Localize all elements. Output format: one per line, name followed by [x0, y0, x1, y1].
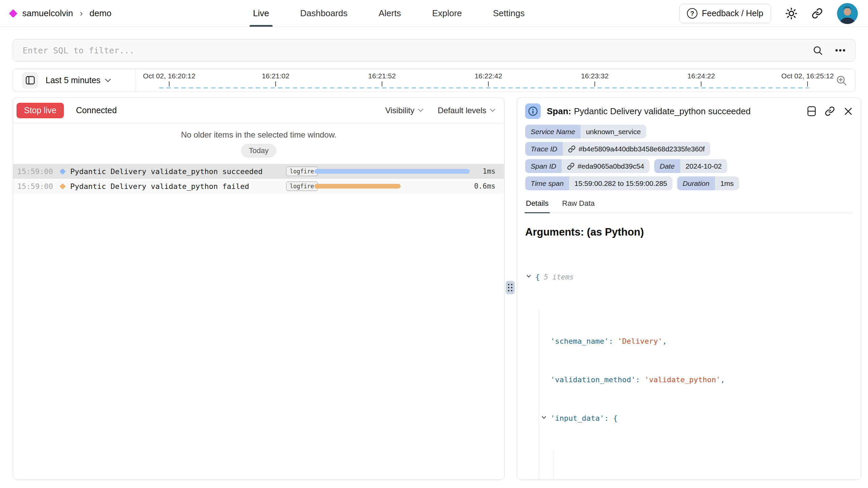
- timeline-tick-label: Oct 02, 16:25:12: [781, 72, 834, 80]
- timeline-tick-mark: [275, 81, 276, 87]
- tab-explore[interactable]: Explore: [432, 0, 462, 27]
- header-actions: ? Feedback / Help: [679, 0, 858, 27]
- row-message: Pydantic Delivery validate_python succee…: [70, 167, 263, 176]
- timeline-tick-mark: [807, 81, 808, 87]
- date-badge: Date 2024-10-02: [654, 159, 727, 173]
- default-levels-dropdown[interactable]: Default levels: [438, 106, 495, 115]
- split-view-icon[interactable]: [807, 106, 816, 116]
- user-avatar[interactable]: [837, 3, 858, 24]
- log-rows: 15:59:00 Pydantic Delivery validate_pyth…: [13, 164, 504, 194]
- link-icon[interactable]: [568, 145, 576, 153]
- scope-badge[interactable]: logfire: [286, 181, 318, 191]
- chevron-down-icon: [418, 108, 424, 112]
- tab-raw-data[interactable]: Raw Data: [561, 196, 595, 213]
- timeline-tick-label: Oct 02, 16:20:12: [143, 72, 195, 80]
- log-row-succeeded[interactable]: 15:59:00 Pydantic Delivery validate_pyth…: [13, 164, 504, 179]
- timeline-tick-label: 16:24:22: [687, 72, 715, 80]
- more-options-icon[interactable]: [835, 49, 845, 52]
- collapse-chevron-icon[interactable]: [526, 274, 531, 278]
- breadcrumb[interactable]: samuelcolvin › demo: [10, 0, 111, 27]
- duration-badge: Duration 1ms: [677, 176, 739, 190]
- info-icon: [525, 103, 541, 119]
- chevron-down-icon: [105, 78, 111, 82]
- log-row-failed[interactable]: 15:59:00 Pydantic Delivery validate_pyth…: [13, 179, 504, 194]
- timeline-tick-mark: [701, 81, 701, 87]
- main-nav: Live Dashboards Alerts Explore Settings: [253, 0, 525, 27]
- detail-tabs: Details Raw Data: [525, 196, 853, 213]
- arguments-python-tree: {5 items 'schema_name': 'Delivery', 'val…: [525, 245, 853, 480]
- row-duration: 0.6ms: [474, 182, 495, 190]
- zoom-in-icon[interactable]: [836, 74, 847, 86]
- warn-level-diamond-icon: [59, 183, 66, 189]
- date-chip[interactable]: Today: [241, 144, 277, 157]
- top-header: samuelcolvin › demo Live Dashboards Aler…: [0, 0, 868, 27]
- stop-live-button[interactable]: Stop live: [17, 103, 64, 118]
- timeline-activity-dashes[interactable]: [159, 87, 809, 89]
- trace-id-badge: Trace ID #b4e5809a440dbb3458e68d2335fe36…: [525, 142, 710, 156]
- share-link-icon[interactable]: [812, 8, 823, 19]
- live-panel: Stop live Connected Visibility Default l…: [13, 97, 505, 480]
- help-circle-icon: ?: [687, 8, 697, 19]
- live-panel-header: Stop live Connected Visibility Default l…: [13, 98, 504, 123]
- visibility-dropdown[interactable]: Visibility: [385, 106, 424, 115]
- search-icon[interactable]: [813, 45, 823, 56]
- row-duration: 1ms: [483, 167, 495, 175]
- row-timestamp: 15:59:00: [17, 167, 58, 176]
- timeline-tick-mark: [382, 81, 382, 87]
- duration-bar: [314, 184, 401, 189]
- org-name[interactable]: samuelcolvin: [22, 8, 73, 19]
- feedback-help-button[interactable]: ? Feedback / Help: [679, 4, 771, 23]
- breadcrumb-separator: ›: [80, 8, 83, 19]
- time-range-selector[interactable]: Last 5 minutes: [46, 75, 111, 85]
- copy-link-icon[interactable]: [825, 106, 835, 116]
- scope-badge[interactable]: logfire: [286, 167, 318, 176]
- chevron-down-icon: [490, 108, 495, 112]
- timeline-tick-label: 16:23:32: [581, 72, 609, 80]
- logfire-app: samuelcolvin › demo Live Dashboards Aler…: [0, 0, 868, 488]
- sql-filter-input[interactable]: [23, 46, 800, 55]
- row-timestamp: 15:59:00: [17, 182, 58, 191]
- span-title: Span:Pydantic Delivery validate_python s…: [547, 106, 750, 117]
- tab-settings[interactable]: Settings: [493, 0, 525, 27]
- project-name[interactable]: demo: [90, 8, 111, 19]
- span-id-badge: Span ID #eda9065a0bd39c54: [525, 159, 649, 173]
- logfire-logo-icon: [9, 9, 17, 18]
- link-icon[interactable]: [567, 163, 575, 170]
- panel-resize-handle[interactable]: [506, 281, 515, 294]
- tab-dashboards[interactable]: Dashboards: [300, 0, 348, 27]
- time-range-bar: Last 5 minutes Oct 02, 16:20:12 16:21:02…: [13, 69, 855, 92]
- timeline-tick-label: 16:22:42: [475, 72, 502, 80]
- connection-status: Connected: [76, 105, 117, 115]
- collapse-chevron-icon[interactable]: [541, 416, 546, 419]
- timeline-tick-mark: [169, 81, 170, 87]
- info-level-diamond-icon: [59, 168, 66, 174]
- span-detail-panel: Span:Pydantic Delivery validate_python s…: [517, 97, 861, 480]
- tab-live[interactable]: Live: [253, 0, 269, 27]
- theme-toggle-sun-icon[interactable]: [785, 7, 797, 20]
- row-message: Pydantic Delivery validate_python failed: [70, 182, 249, 191]
- timeline-tick-label: 16:21:02: [262, 72, 289, 80]
- span-detail-header: Span:Pydantic Delivery validate_python s…: [525, 98, 853, 125]
- timeline-tick-mark: [594, 81, 595, 87]
- tab-alerts[interactable]: Alerts: [379, 0, 401, 27]
- timeline-tick-label: 16:21:52: [368, 72, 396, 80]
- service-name-badge: Service Name unknown_service: [525, 125, 646, 139]
- sql-filter-bar: [13, 39, 855, 62]
- close-icon[interactable]: [844, 107, 853, 116]
- duration-bar: [314, 169, 470, 174]
- sidebar-toggle-icon[interactable]: [22, 72, 38, 89]
- timeline-tick-mark: [488, 81, 489, 87]
- grip-dots-icon: [508, 284, 512, 291]
- tab-details[interactable]: Details: [525, 196, 549, 213]
- time-range-controls: Last 5 minutes: [13, 69, 135, 92]
- time-span-badge: Time span 15:59:00.282 to 15:59:00.285: [525, 176, 672, 190]
- arguments-heading: Arguments: (as Python): [525, 226, 853, 238]
- empty-window-notice: No older items in the selected time wind…: [13, 130, 504, 140]
